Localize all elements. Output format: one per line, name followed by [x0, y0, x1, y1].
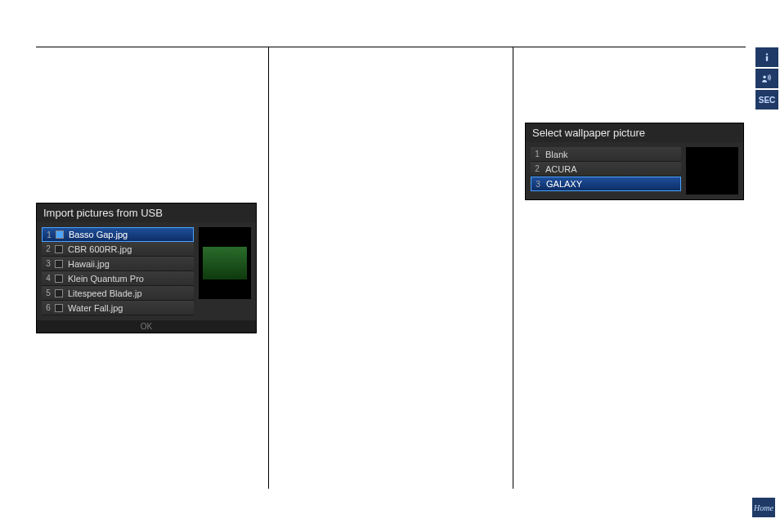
row-number: 1	[43, 230, 56, 239]
screen-import-title: Import pictures from USB	[37, 203, 256, 222]
row-number: 4	[42, 274, 55, 283]
row-number: 1	[531, 150, 544, 159]
row-number: 5	[42, 288, 55, 297]
row-label: ACURA	[544, 164, 681, 174]
row-label: Water Fall.jpg	[66, 303, 194, 313]
row-number: 6	[42, 303, 55, 312]
row-checkbox[interactable]	[55, 260, 63, 268]
svg-point-2	[763, 76, 766, 79]
wallpaper-list-row[interactable]: 3GALAXY	[531, 177, 681, 191]
row-checkbox[interactable]	[55, 245, 63, 253]
row-number: 3	[42, 259, 55, 268]
import-footer-ok: OK	[37, 320, 256, 333]
thumbnail-image	[690, 154, 734, 187]
home-button[interactable]: Home	[752, 498, 775, 517]
svg-rect-1	[766, 56, 768, 61]
row-number: 2	[531, 164, 544, 173]
row-label: Hawaii.jpg	[66, 259, 194, 269]
row-number: 3	[531, 180, 545, 189]
row-number: 2	[42, 244, 55, 253]
import-list-row[interactable]: 5Litespeed Blade.jp	[42, 286, 194, 301]
sidebar-voice-button[interactable]	[755, 69, 778, 88]
thumbnail-image	[203, 247, 247, 279]
row-label: Basso Gap.jpg	[67, 230, 193, 239]
sidebar-info-button[interactable]	[755, 47, 778, 67]
column-right: Select wallpaper picture 1Blank2ACURA3GA…	[513, 47, 746, 489]
row-label: Litespeed Blade.jp	[66, 288, 194, 298]
import-list-row[interactable]: 4Klein Quantum Pro	[42, 271, 194, 286]
wallpaper-list-row[interactable]: 2ACURA	[531, 162, 681, 177]
row-checkbox[interactable]	[55, 275, 63, 283]
row-label: Klein Quantum Pro	[66, 274, 194, 284]
import-list-row[interactable]: 2CBR 600RR.jpg	[42, 242, 194, 257]
wallpaper-list-row[interactable]: 1Blank	[531, 147, 681, 162]
home-label: Home	[754, 503, 773, 512]
column-middle	[269, 47, 513, 489]
row-label: GALAXY	[545, 179, 680, 189]
screen-wallpaper-title: Select wallpaper picture	[526, 123, 743, 142]
import-thumbnail	[199, 227, 251, 299]
import-list-row[interactable]: 6Water Fall.jpg	[42, 301, 194, 315]
screen-select-wallpaper: Select wallpaper picture 1Blank2ACURA3GA…	[525, 123, 744, 200]
wallpaper-list: 1Blank2ACURA3GALAXY	[531, 147, 681, 194]
import-list-row[interactable]: 3Hawaii.jpg	[42, 257, 194, 271]
sidebar: SEC	[755, 47, 778, 110]
row-label: Blank	[544, 150, 681, 159]
import-list-row[interactable]: 1Basso Gap.jpg	[42, 227, 194, 242]
wallpaper-thumbnail	[686, 147, 738, 194]
svg-rect-0	[766, 53, 768, 55]
sidebar-sec-button[interactable]: SEC	[755, 90, 778, 110]
row-checkbox[interactable]	[55, 304, 63, 312]
import-list: 1Basso Gap.jpg2CBR 600RR.jpg3Hawaii.jpg4…	[42, 227, 194, 315]
row-checkbox[interactable]	[56, 230, 64, 239]
voice-icon	[761, 73, 773, 84]
screen-import-usb: Import pictures from USB 1Basso Gap.jpg2…	[36, 203, 257, 333]
row-label: CBR 600RR.jpg	[66, 244, 194, 254]
column-left: Import pictures from USB 1Basso Gap.jpg2…	[36, 47, 268, 489]
info-icon	[761, 51, 773, 63]
sec-label: SEC	[759, 96, 776, 105]
row-checkbox[interactable]	[55, 289, 63, 297]
